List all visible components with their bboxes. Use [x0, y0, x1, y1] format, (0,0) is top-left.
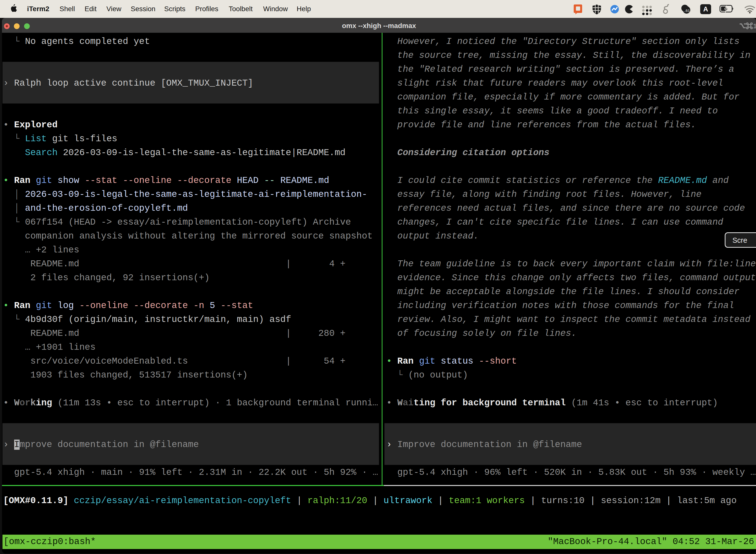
svg-text:..61: ..61 — [684, 8, 690, 13]
svg-text:1: 1 — [753, 22, 756, 30]
